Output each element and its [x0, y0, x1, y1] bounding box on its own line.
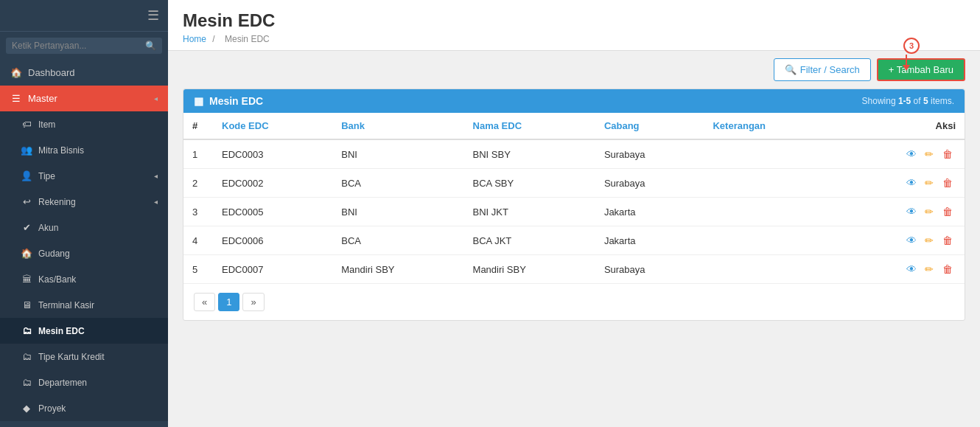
kas-icon: 🏛	[21, 274, 32, 285]
showing-info: Showing 1-5 of 5 items.	[862, 96, 954, 106]
content-area: ▦ Mesin EDC Showing 1-5 of 5 items. # Ko…	[168, 88, 980, 427]
sidebar-item-label: Departemen	[38, 378, 158, 388]
edc-table: # Kode EDC Bank Nama EDC Cabang Keterang…	[183, 113, 965, 284]
col-nama-edc[interactable]: Nama EDC	[464, 113, 595, 139]
edit-button[interactable]: ✏	[922, 176, 937, 190]
view-button[interactable]: 👁	[903, 176, 920, 190]
sidebar-item-label: Akun	[38, 223, 158, 233]
search-input[interactable]	[12, 41, 145, 51]
cell-keterangan	[704, 139, 834, 169]
cell-nama: BCA JKT	[464, 226, 595, 255]
tipe-icon: 👤	[21, 170, 32, 181]
sidebar-item-rekening[interactable]: ↩ Rekening ◂	[0, 189, 168, 215]
view-button[interactable]: 👁	[903, 204, 920, 219]
filter-label: Filter / Search	[800, 64, 860, 75]
sidebar-item-tipe[interactable]: 👤 Tipe ◂	[0, 163, 168, 189]
delete-button[interactable]: 🗑	[939, 147, 956, 162]
sidebar-item-dashboard[interactable]: 🏠 Dashboard	[0, 60, 168, 86]
tipe-arrow-icon: ◂	[154, 172, 158, 180]
cell-aksi: 👁 ✏ 🗑	[834, 226, 965, 255]
cell-aksi: 👁 ✏ 🗑	[834, 255, 965, 284]
delete-button[interactable]: 🗑	[939, 262, 956, 277]
sidebar-header: ☰	[0, 0, 168, 32]
panel-header: ▦ Mesin EDC Showing 1-5 of 5 items.	[183, 89, 965, 113]
sidebar-item-label: Master	[28, 93, 148, 104]
col-cabang[interactable]: Cabang	[595, 113, 704, 139]
page-1-button[interactable]: 1	[218, 293, 239, 311]
cell-cabang: Surabaya	[595, 169, 704, 198]
view-button[interactable]: 👁	[903, 262, 920, 277]
departemen-icon: 🗂	[21, 377, 32, 388]
sidebar: ☰ 🔍 🏠 Dashboard ☰ Master ◂ 1 🏷 Item 👥 Mi…	[0, 0, 168, 427]
sidebar-item-mitra-bisnis[interactable]: 👥 Mitra Bisnis	[0, 137, 168, 163]
proyek-icon: ◆	[21, 403, 32, 414]
panel-title: Mesin EDC	[209, 95, 263, 107]
edit-button[interactable]: ✏	[922, 204, 937, 219]
col-kode-edc[interactable]: Kode EDC	[213, 113, 332, 139]
cell-cabang: Surabaya	[595, 139, 704, 169]
sidebar-item-label: Mitra Bisnis	[38, 145, 158, 156]
cell-kode: EDC0006	[213, 226, 332, 255]
table-row: 1 EDC0003 BNI BNI SBY Surabaya 👁 ✏ 🗑	[183, 139, 965, 169]
table-row: 4 EDC0006 BCA BCA JKT Jakarta 👁 ✏ 🗑	[183, 226, 965, 255]
sidebar-item-item[interactable]: 🏷 Item	[0, 111, 168, 137]
sidebar-item-label: Mesin EDC	[38, 326, 158, 336]
mitra-icon: 👥	[21, 145, 32, 156]
table-row: 2 EDC0002 BCA BCA SBY Surabaya 👁 ✏ 🗑	[183, 169, 965, 198]
view-button[interactable]: 👁	[903, 233, 920, 248]
next-page-button[interactable]: »	[242, 293, 264, 311]
hamburger-icon[interactable]: ☰	[147, 7, 159, 24]
cell-kode: EDC0003	[213, 139, 332, 169]
delete-button[interactable]: 🗑	[939, 176, 956, 190]
cell-bank: BNI	[332, 139, 463, 169]
view-button[interactable]: 👁	[903, 147, 920, 162]
col-no: #	[183, 113, 213, 139]
toolbar: 🔍 Filter / Search + Tambah Baru 3	[168, 51, 980, 88]
showing-range: 1-5	[898, 96, 911, 106]
sidebar-item-mesin-edc[interactable]: 🗂 Mesin EDC 2	[0, 318, 168, 344]
cell-aksi: 👁 ✏ 🗑	[834, 169, 965, 198]
dashboard-icon: 🏠	[10, 67, 22, 78]
table-icon: ▦	[194, 95, 203, 107]
sidebar-item-departemen[interactable]: 🗂 Departemen	[0, 369, 168, 395]
sidebar-item-akun[interactable]: ✔ Akun	[0, 215, 168, 240]
filter-search-button[interactable]: 🔍 Filter / Search	[774, 58, 871, 81]
cell-no: 5	[183, 255, 213, 284]
add-label: + Tambah Baru	[889, 64, 953, 75]
sidebar-item-label: Proyek	[38, 403, 158, 414]
sidebar-item-master[interactable]: ☰ Master ◂ 1	[0, 86, 168, 111]
sidebar-item-terminal-kasir[interactable]: 🖥 Terminal Kasir	[0, 292, 168, 318]
sidebar-item-label: Kas/Bank	[38, 274, 158, 285]
search-bar-container: 🔍	[6, 38, 162, 54]
cell-bank: Mandiri SBY	[332, 255, 463, 284]
add-new-button[interactable]: + Tambah Baru	[877, 58, 965, 81]
col-keterangan[interactable]: Keterangan	[704, 113, 834, 139]
delete-button[interactable]: 🗑	[939, 233, 956, 248]
sidebar-item-gudang[interactable]: 🏠 Gudang	[0, 240, 168, 266]
sidebar-item-tipe-kartu[interactable]: 🗂 Tipe Kartu Kredit	[0, 344, 168, 369]
table-row: 3 EDC0005 BNI BNI JKT Jakarta 👁 ✏ 🗑	[183, 198, 965, 226]
annotation-3: 3	[903, 38, 920, 54]
cell-kode: EDC0002	[213, 169, 332, 198]
cell-no: 2	[183, 169, 213, 198]
cell-kode: EDC0005	[213, 198, 332, 226]
prev-page-button[interactable]: «	[194, 293, 215, 311]
panel-header-title-area: ▦ Mesin EDC	[194, 95, 263, 107]
sidebar-item-proyek[interactable]: ◆ Proyek	[0, 395, 168, 421]
edit-button[interactable]: ✏	[922, 262, 937, 277]
col-bank[interactable]: Bank	[332, 113, 463, 139]
edit-button[interactable]: ✏	[922, 233, 937, 248]
sidebar-item-kas-bank[interactable]: 🏛 Kas/Bank	[0, 266, 168, 292]
edit-button[interactable]: ✏	[922, 147, 937, 162]
terminal-icon: 🖥	[21, 299, 32, 310]
table-header: # Kode EDC Bank Nama EDC Cabang Keterang…	[183, 113, 965, 139]
sidebar-item-label: Rekening	[38, 197, 148, 207]
mesin-edc-icon: 🗂	[21, 325, 32, 336]
data-panel: ▦ Mesin EDC Showing 1-5 of 5 items. # Ko…	[183, 88, 965, 321]
breadcrumb-separator: /	[212, 34, 217, 44]
showing-text: Showing	[862, 96, 898, 106]
master-arrow-icon: ◂	[154, 94, 158, 103]
delete-button[interactable]: 🗑	[939, 204, 956, 219]
cell-no: 4	[183, 226, 213, 255]
breadcrumb-home[interactable]: Home	[183, 34, 206, 44]
